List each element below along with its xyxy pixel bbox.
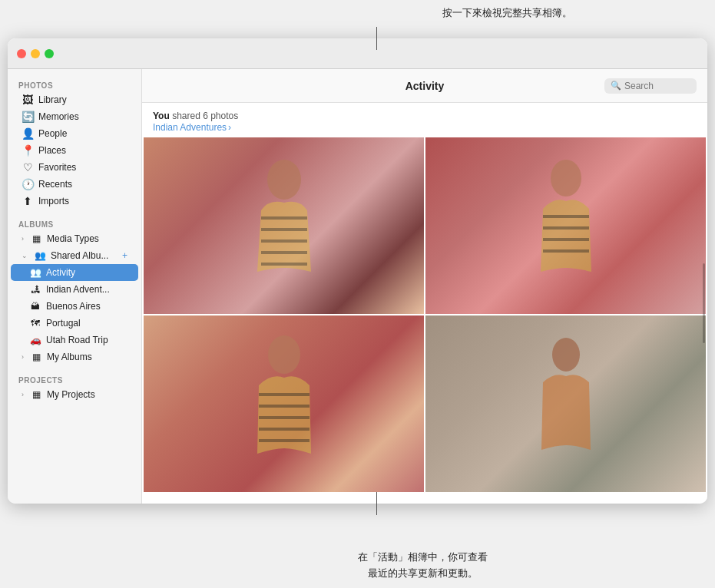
portugal-icon: 🗺 bbox=[29, 317, 41, 329]
main-content: Activity 🔍 You shared 6 photos Indian Ad… bbox=[142, 69, 707, 504]
sidebar-item-people[interactable]: 👤 People bbox=[11, 125, 138, 142]
sidebar-item-imports[interactable]: ⬆ Imports bbox=[11, 193, 138, 210]
sidebar-item-recents[interactable]: 🕐 Recents bbox=[11, 176, 138, 193]
sidebar-item-my-projects[interactable]: › ▦ My Projects bbox=[11, 386, 138, 403]
indian-adventures-icon: 🏞 bbox=[29, 283, 41, 296]
person-silhouette-4 bbox=[528, 327, 604, 481]
recents-icon: 🕐 bbox=[22, 178, 34, 190]
albums-section-label: Albums bbox=[8, 214, 141, 230]
sidebar-item-favorites[interactable]: ♡ Favorites bbox=[11, 159, 138, 176]
person-silhouette-1 bbox=[238, 149, 330, 302]
people-icon: 👤 bbox=[22, 127, 34, 140]
sidebar-item-my-albums[interactable]: › ▦ My Albums bbox=[11, 349, 138, 365]
album-link-text: Indian Adventures bbox=[153, 122, 227, 133]
traffic-lights bbox=[17, 49, 54, 58]
sidebar-item-my-projects-label: My Projects bbox=[47, 389, 95, 400]
places-icon: 📍 bbox=[22, 144, 34, 157]
svg-point-11 bbox=[268, 335, 300, 374]
sidebar-item-memories[interactable]: 🔄 Memories bbox=[11, 108, 138, 125]
sidebar-item-activity[interactable]: 👥 Activity bbox=[11, 264, 138, 281]
sidebar-item-buenos-aires-label: Buenos Aires bbox=[46, 301, 101, 312]
buenos-aires-icon: 🏔 bbox=[29, 300, 41, 312]
annotation-line-top bbox=[376, 27, 377, 50]
sidebar-item-shared-albums-label: Shared Albu... bbox=[51, 250, 108, 261]
photo-2-overlay bbox=[425, 137, 706, 314]
sidebar-item-indian-adventures[interactable]: 🏞 Indian Advent... bbox=[11, 281, 138, 298]
sidebar-item-people-label: People bbox=[38, 128, 67, 139]
close-button[interactable] bbox=[17, 49, 26, 58]
album-link[interactable]: Indian Adventures › bbox=[153, 122, 697, 133]
imports-icon: ⬆ bbox=[22, 195, 34, 207]
photo-1[interactable] bbox=[144, 137, 424, 314]
shared-by: You bbox=[153, 111, 170, 121]
photo-4[interactable] bbox=[425, 315, 706, 492]
sidebar-item-recents-label: Recents bbox=[38, 179, 72, 190]
sidebar-item-media-types[interactable]: › ▦ Media Types bbox=[11, 230, 138, 247]
sidebar-item-buenos-aires[interactable]: 🏔 Buenos Aires bbox=[11, 298, 138, 315]
sidebar-item-favorites-label: Favorites bbox=[38, 162, 76, 173]
add-shared-album-button[interactable]: + bbox=[122, 250, 127, 261]
svg-point-0 bbox=[267, 160, 301, 200]
shared-albums-icon: 👥 bbox=[34, 249, 46, 262]
content-area: Photos 🖼 Library 🔄 Memories 👤 People 📍 P… bbox=[8, 69, 707, 504]
chevron-right-icon-2: › bbox=[22, 353, 24, 361]
activity-icon: 👥 bbox=[29, 266, 41, 279]
main-header: Activity 🔍 bbox=[142, 69, 707, 103]
annotation-bottom-line1: 在「活動」相簿中，你可查看 bbox=[358, 551, 488, 563]
my-projects-icon: ▦ bbox=[30, 388, 42, 401]
annotation-bottom-line2: 最近的共享更新和更動。 bbox=[368, 567, 478, 579]
photo-3[interactable] bbox=[144, 315, 424, 492]
svg-point-17 bbox=[552, 338, 580, 372]
favorites-icon: ♡ bbox=[22, 161, 34, 173]
sidebar-item-indian-adventures-label: Indian Advent... bbox=[46, 284, 110, 295]
my-albums-icon: ▦ bbox=[30, 351, 42, 363]
search-input[interactable] bbox=[624, 81, 686, 91]
sidebar: Photos 🖼 Library 🔄 Memories 👤 People 📍 P… bbox=[8, 69, 142, 504]
sidebar-item-places[interactable]: 📍 Places bbox=[11, 142, 138, 159]
titlebar bbox=[8, 38, 707, 69]
photo-1-overlay bbox=[144, 137, 424, 314]
photos-section-label: Photos bbox=[8, 75, 141, 91]
sidebar-item-my-albums-label: My Albums bbox=[47, 352, 92, 362]
sidebar-item-media-types-label: Media Types bbox=[47, 233, 99, 244]
search-bar[interactable]: 🔍 bbox=[604, 78, 697, 94]
shared-text: shared 6 photos bbox=[172, 111, 238, 121]
fullscreen-button[interactable] bbox=[45, 49, 54, 58]
person-silhouette-2 bbox=[524, 149, 608, 302]
scroll-indicator bbox=[703, 263, 705, 343]
sidebar-item-utah-road-trip-label: Utah Road Trip bbox=[46, 335, 108, 345]
person-silhouette-3 bbox=[242, 327, 326, 481]
shared-info: You shared 6 photos Indian Adventures › bbox=[142, 103, 707, 137]
utah-road-trip-icon: 🚗 bbox=[29, 334, 41, 346]
album-link-chevron: › bbox=[228, 122, 231, 133]
sidebar-item-utah-road-trip[interactable]: 🚗 Utah Road Trip bbox=[11, 332, 138, 349]
photo-grid bbox=[142, 137, 707, 494]
app-window: Photos 🖼 Library 🔄 Memories 👤 People 📍 P… bbox=[8, 38, 707, 504]
annotation-line-bottom bbox=[376, 492, 377, 515]
media-types-icon: ▦ bbox=[30, 233, 42, 245]
sidebar-item-places-label: Places bbox=[38, 145, 66, 156]
projects-section-label: Projects bbox=[8, 370, 141, 386]
sidebar-item-imports-label: Imports bbox=[38, 196, 69, 206]
annotation-top: 按一下來檢視完整共享相簿。 bbox=[300, 6, 715, 20]
photo-area: You shared 6 photos Indian Adventures › bbox=[142, 103, 707, 504]
photo-2[interactable] bbox=[425, 137, 706, 314]
sidebar-item-portugal-label: Portugal bbox=[46, 318, 81, 329]
chevron-down-icon: ⌄ bbox=[22, 252, 28, 259]
page-title: Activity bbox=[405, 80, 445, 92]
minimize-button[interactable] bbox=[31, 49, 40, 58]
sidebar-item-library-label: Library bbox=[38, 94, 67, 105]
sidebar-item-activity-label: Activity bbox=[46, 267, 75, 278]
sidebar-item-library[interactable]: 🖼 Library bbox=[11, 91, 138, 108]
photo-4-overlay bbox=[425, 315, 706, 492]
svg-point-6 bbox=[551, 160, 581, 197]
search-icon: 🔍 bbox=[611, 81, 621, 91]
sidebar-item-memories-label: Memories bbox=[38, 111, 79, 122]
sidebar-item-portugal[interactable]: 🗺 Portugal bbox=[11, 315, 138, 332]
annotation-top-text: 按一下來檢視完整共享相簿。 bbox=[442, 7, 572, 18]
sidebar-item-shared-albums[interactable]: ⌄ 👥 Shared Albu... + bbox=[11, 247, 138, 264]
memories-icon: 🔄 bbox=[22, 111, 34, 123]
annotation-bottom: 在「活動」相簿中，你可查看 最近的共享更新和更動。 bbox=[131, 550, 715, 582]
library-icon: 🖼 bbox=[22, 94, 34, 106]
chevron-right-icon-3: › bbox=[22, 391, 24, 398]
